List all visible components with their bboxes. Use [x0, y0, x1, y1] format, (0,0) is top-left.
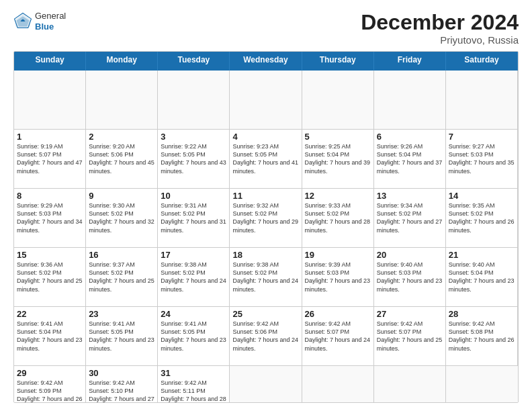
calendar-cell-13: 13Sunrise: 9:34 AM Sunset: 5:02 PM Dayli…: [374, 189, 446, 248]
empty-cell: [86, 71, 158, 130]
cell-info: Sunrise: 9:19 AM Sunset: 5:07 PM Dayligh…: [17, 142, 83, 175]
cell-date-number: 6: [377, 132, 443, 142]
cell-date-number: 15: [17, 250, 83, 260]
day-header-saturday: Saturday: [446, 52, 518, 71]
cell-info: Sunrise: 9:29 AM Sunset: 5:03 PM Dayligh…: [17, 201, 83, 234]
calendar-cell-31: 31Sunrise: 9:42 AM Sunset: 5:11 PM Dayli…: [158, 366, 230, 403]
calendar-cell-7: 7Sunrise: 9:27 AM Sunset: 5:03 PM Daylig…: [446, 130, 518, 189]
empty-cell: [230, 366, 302, 403]
cell-date-number: 10: [161, 191, 226, 201]
cell-info: Sunrise: 9:26 AM Sunset: 5:04 PM Dayligh…: [377, 142, 443, 175]
cell-date-number: 17: [161, 250, 226, 260]
calendar-cell-21: 21Sunrise: 9:40 AM Sunset: 5:04 PM Dayli…: [446, 248, 518, 307]
empty-cell: [374, 71, 446, 130]
cell-info: Sunrise: 9:27 AM Sunset: 5:03 PM Dayligh…: [449, 142, 515, 175]
calendar-cell-9: 9Sunrise: 9:30 AM Sunset: 5:02 PM Daylig…: [86, 189, 158, 248]
calendar-cell-27: 27Sunrise: 9:42 AM Sunset: 5:07 PM Dayli…: [374, 307, 446, 366]
cell-info: Sunrise: 9:42 AM Sunset: 5:07 PM Dayligh…: [305, 320, 371, 353]
empty-cell: [302, 366, 374, 403]
cell-date-number: 25: [232, 309, 298, 319]
empty-cell: [446, 71, 518, 130]
cell-date-number: 8: [17, 191, 83, 201]
cell-date-number: 31: [161, 368, 226, 378]
cell-date-number: 5: [305, 132, 371, 142]
calendar-cell-24: 24Sunrise: 9:41 AM Sunset: 5:05 PM Dayli…: [158, 307, 230, 366]
cell-info: Sunrise: 9:33 AM Sunset: 5:02 PM Dayligh…: [305, 201, 371, 234]
cell-date-number: 7: [449, 132, 515, 142]
calendar-cell-4: 4Sunrise: 9:23 AM Sunset: 5:05 PM Daylig…: [230, 130, 302, 189]
calendar-cell-6: 6Sunrise: 9:26 AM Sunset: 5:04 PM Daylig…: [374, 130, 446, 189]
cell-info: Sunrise: 9:41 AM Sunset: 5:04 PM Dayligh…: [17, 320, 83, 353]
cell-info: Sunrise: 9:20 AM Sunset: 5:06 PM Dayligh…: [89, 142, 154, 175]
cell-info: Sunrise: 9:42 AM Sunset: 5:08 PM Dayligh…: [449, 320, 515, 353]
day-header-monday: Monday: [86, 52, 158, 71]
cell-info: Sunrise: 9:34 AM Sunset: 5:02 PM Dayligh…: [377, 201, 443, 234]
cell-info: Sunrise: 9:30 AM Sunset: 5:02 PM Dayligh…: [89, 201, 154, 234]
empty-cell: [374, 366, 446, 403]
calendar-cell-8: 8Sunrise: 9:29 AM Sunset: 5:03 PM Daylig…: [14, 189, 86, 248]
cell-date-number: 21: [449, 250, 515, 260]
cell-date-number: 20: [377, 250, 443, 260]
cell-date-number: 11: [232, 191, 298, 201]
day-header-wednesday: Wednesday: [230, 52, 302, 71]
cell-info: Sunrise: 9:38 AM Sunset: 5:02 PM Dayligh…: [232, 261, 298, 293]
cell-info: Sunrise: 9:42 AM Sunset: 5:11 PM Dayligh…: [161, 379, 226, 403]
cell-info: Sunrise: 9:23 AM Sunset: 5:05 PM Dayligh…: [232, 142, 298, 175]
cell-date-number: 29: [17, 368, 83, 378]
cell-info: Sunrise: 9:38 AM Sunset: 5:02 PM Dayligh…: [161, 261, 226, 293]
calendar-cell-18: 18Sunrise: 9:38 AM Sunset: 5:02 PM Dayli…: [230, 248, 302, 307]
cell-info: Sunrise: 9:32 AM Sunset: 5:02 PM Dayligh…: [232, 201, 298, 234]
cell-info: Sunrise: 9:41 AM Sunset: 5:05 PM Dayligh…: [89, 320, 154, 353]
cell-info: Sunrise: 9:25 AM Sunset: 5:04 PM Dayligh…: [305, 142, 371, 175]
calendar-cell-1: 1Sunrise: 9:19 AM Sunset: 5:07 PM Daylig…: [14, 130, 86, 189]
calendar-cell-2: 2Sunrise: 9:20 AM Sunset: 5:06 PM Daylig…: [86, 130, 158, 189]
cell-date-number: 30: [89, 368, 154, 378]
calendar-cell-5: 5Sunrise: 9:25 AM Sunset: 5:04 PM Daylig…: [302, 130, 374, 189]
calendar-cell-12: 12Sunrise: 9:33 AM Sunset: 5:02 PM Dayli…: [302, 189, 374, 248]
cell-info: Sunrise: 9:40 AM Sunset: 5:04 PM Dayligh…: [449, 261, 515, 293]
cell-date-number: 12: [305, 191, 371, 201]
empty-cell: [14, 71, 86, 130]
calendar-cell-14: 14Sunrise: 9:35 AM Sunset: 5:02 PM Dayli…: [446, 189, 518, 248]
cell-date-number: 23: [89, 309, 154, 319]
cell-date-number: 28: [449, 309, 515, 319]
day-header-friday: Friday: [374, 52, 446, 71]
calendar-cell-19: 19Sunrise: 9:39 AM Sunset: 5:03 PM Dayli…: [302, 248, 374, 307]
day-header-thursday: Thursday: [302, 52, 374, 71]
empty-cell: [446, 366, 518, 403]
calendar-cell-20: 20Sunrise: 9:40 AM Sunset: 5:03 PM Dayli…: [374, 248, 446, 307]
logo-blue: Blue: [35, 21, 66, 32]
logo-text: General Blue: [35, 11, 66, 32]
cell-info: Sunrise: 9:40 AM Sunset: 5:03 PM Dayligh…: [377, 261, 443, 293]
calendar-subtitle: Priyutovo, Russia: [361, 34, 519, 46]
cell-date-number: 24: [161, 309, 226, 319]
cell-date-number: 16: [89, 250, 154, 260]
calendar-cell-17: 17Sunrise: 9:38 AM Sunset: 5:02 PM Dayli…: [158, 248, 230, 307]
day-header-tuesday: Tuesday: [158, 52, 230, 71]
calendar-cell-26: 26Sunrise: 9:42 AM Sunset: 5:07 PM Dayli…: [302, 307, 374, 366]
cell-info: Sunrise: 9:35 AM Sunset: 5:02 PM Dayligh…: [449, 201, 515, 234]
cell-date-number: 18: [232, 250, 298, 260]
cell-date-number: 2: [89, 132, 154, 142]
calendar-cell-11: 11Sunrise: 9:32 AM Sunset: 5:02 PM Dayli…: [230, 189, 302, 248]
cell-date-number: 1: [17, 132, 83, 142]
cell-info: Sunrise: 9:42 AM Sunset: 5:07 PM Dayligh…: [377, 320, 443, 353]
cell-date-number: 22: [17, 309, 83, 319]
title-block: December 2024 Priyutovo, Russia: [361, 11, 519, 46]
cell-date-number: 27: [377, 309, 443, 319]
empty-cell: [230, 71, 302, 130]
cell-date-number: 4: [232, 132, 298, 142]
cell-info: Sunrise: 9:39 AM Sunset: 5:03 PM Dayligh…: [305, 261, 371, 293]
cell-date-number: 26: [305, 309, 371, 319]
cell-date-number: 13: [377, 191, 443, 201]
calendar-cell-15: 15Sunrise: 9:36 AM Sunset: 5:02 PM Dayli…: [14, 248, 86, 307]
cell-info: Sunrise: 9:41 AM Sunset: 5:05 PM Dayligh…: [161, 320, 226, 353]
empty-cell: [158, 71, 230, 130]
cell-date-number: 14: [449, 191, 515, 201]
calendar-cell-16: 16Sunrise: 9:37 AM Sunset: 5:02 PM Dayli…: [86, 248, 158, 307]
cell-info: Sunrise: 9:42 AM Sunset: 5:06 PM Dayligh…: [232, 320, 298, 353]
header: General Blue December 2024 Priyutovo, Ru…: [13, 11, 519, 46]
calendar-cell-23: 23Sunrise: 9:41 AM Sunset: 5:05 PM Dayli…: [86, 307, 158, 366]
calendar-cell-22: 22Sunrise: 9:41 AM Sunset: 5:04 PM Dayli…: [14, 307, 86, 366]
logo-icon: [13, 12, 32, 31]
